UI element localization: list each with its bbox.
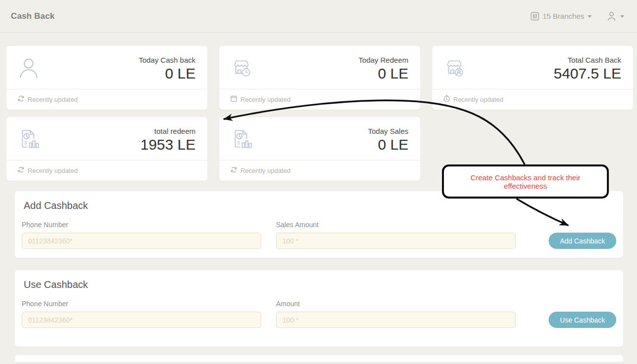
use-cashback-button[interactable]: Use Cashback: [549, 312, 616, 328]
use-cashback-title: Use Cashback: [24, 279, 616, 290]
page-title: Cash Back: [11, 11, 55, 21]
page-header: Cash Back 15 Branches: [0, 0, 637, 33]
annotation-text: Create Cashbacks and track their effecti…: [444, 173, 607, 190]
add-phone-label: Phone Number: [22, 221, 261, 229]
person-icon: [17, 57, 40, 80]
use-phone-input[interactable]: [22, 312, 261, 328]
sync-icon: [17, 95, 25, 104]
add-cashback-title: Add Cashback: [24, 200, 616, 211]
report-chart-icon: [230, 128, 253, 151]
stat-card-total-redeem: total redeem 1953 LE Recently updated: [6, 117, 207, 181]
sync-icon: [230, 166, 238, 175]
add-amount-field-group: Sales Amount: [276, 221, 516, 249]
use-cashback-panel: Use Cashback Phone Number Amount Use Cas…: [15, 270, 623, 347]
user-menu[interactable]: [606, 11, 624, 21]
add-phone-input[interactable]: [22, 233, 261, 249]
add-sales-amount-label: Sales Amount: [276, 221, 516, 229]
stats-grid: Today Cash back 0 LE Recently updated: [0, 46, 637, 181]
add-cashback-button[interactable]: Add Cashback: [549, 233, 616, 249]
sliders-icon: [530, 12, 539, 21]
stat-footer-text: Recently updated: [240, 167, 290, 174]
store-clock-icon: [230, 57, 253, 80]
stat-footer-text: Recently updated: [240, 96, 290, 103]
use-amount-label: Amount: [276, 300, 516, 308]
header-actions: 15 Branches: [530, 11, 624, 21]
add-cashback-panel: Add Cashback Phone Number Sales Amount A…: [15, 191, 623, 258]
stat-card-today-sales: Today Sales 0 LE Recently updated: [219, 117, 420, 181]
use-amount-field-group: Amount: [276, 300, 516, 328]
report-chart-icon: [17, 128, 40, 151]
user-icon: [606, 11, 617, 21]
stat-value: 0 LE: [368, 136, 408, 154]
stat-label: Today Sales: [368, 127, 408, 135]
stat-card-total-cashback: Total Cash Back 5407.5 LE Recently updat…: [432, 46, 633, 110]
stat-footer-text: Recently updated: [28, 96, 78, 103]
use-phone-label: Phone Number: [22, 300, 261, 308]
stat-label: total redeem: [140, 127, 196, 135]
stat-label: Today Redeem: [358, 56, 408, 64]
stat-value: 0 LE: [139, 65, 196, 82]
chevron-down-icon: [620, 15, 624, 18]
stat-footer-text: Recently updated: [28, 167, 78, 174]
stat-card-today-cashback: Today Cash back 0 LE Recently updated: [6, 46, 207, 110]
store-user-icon: [443, 57, 466, 80]
stat-value: 1953 LE: [140, 136, 196, 154]
annotation-box: Create Cashbacks and track their effecti…: [442, 164, 609, 199]
branch-selector-label: 15 Branches: [543, 12, 584, 20]
add-phone-field-group: Phone Number: [22, 221, 261, 249]
clock-icon: [443, 95, 450, 104]
use-amount-input[interactable]: [276, 312, 516, 328]
stat-card-today-redeem: Today Redeem 0 LE Recently updated: [219, 46, 420, 110]
stat-value: 5407.5 LE: [554, 65, 621, 82]
chevron-down-icon: [588, 15, 592, 18]
stat-label: Today Cash back: [139, 56, 196, 64]
sync-icon: [17, 166, 25, 175]
add-sales-amount-input[interactable]: [276, 233, 516, 249]
stat-label: Total Cash Back: [554, 56, 621, 64]
use-phone-field-group: Phone Number: [22, 300, 261, 328]
stat-value: 0 LE: [358, 65, 408, 82]
calendar-icon: [230, 95, 238, 104]
stat-footer-text: Recently updated: [453, 96, 503, 103]
branch-selector[interactable]: 15 Branches: [530, 12, 592, 21]
next-section-card: [15, 355, 623, 362]
